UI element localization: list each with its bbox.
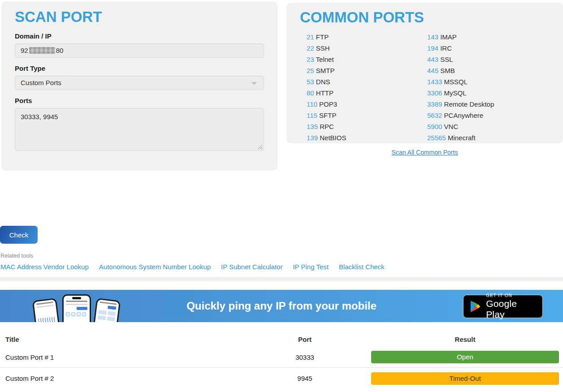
common-port-item: 443 SSL — [427, 54, 550, 65]
common-port-item: 53 DNS — [307, 76, 427, 87]
domain-value-suffix: 80 — [56, 47, 64, 54]
ports-label: Ports — [15, 97, 264, 104]
common-port-item: 80 HTTP — [307, 87, 427, 99]
scan-all-wrapper: Scan All Common Ports — [286, 148, 563, 156]
common-port-item: 5632 PCAnywhere — [427, 110, 550, 121]
header-port: Port — [269, 336, 341, 343]
common-ports-title: COMMON PORTS — [300, 9, 550, 26]
row-port: 30333 — [269, 353, 341, 361]
common-port-item: 1433 MSSQL — [427, 76, 550, 87]
domain-ip-label: Domain / IP — [15, 32, 264, 40]
common-ports-column-1: 21 FTP 22 SSH 23 Telnet 25 SMTP 53 DNS 8… — [307, 31, 427, 143]
common-port-item: 22 SSH — [307, 43, 427, 54]
table-row: Custom Port # 1 30333 Open — [0, 347, 563, 368]
common-port-item: 25 SMTP — [307, 65, 427, 76]
common-ports-list: 21 FTP 22 SSH 23 Telnet 25 SMTP 53 DNS 8… — [300, 31, 550, 143]
ports-value: 30333, 9945 — [21, 113, 58, 121]
phone-mockup — [62, 294, 91, 322]
common-port-item: 21 FTP — [307, 31, 427, 43]
row-title: Custom Port # 2 — [0, 375, 269, 382]
common-port-item: 445 SMB — [427, 65, 550, 76]
ports-textarea[interactable]: 30333, 9945 — [15, 108, 264, 151]
common-port-item: 194 IRC — [427, 43, 550, 54]
scan-all-common-ports-link[interactable]: Scan All Common Ports — [392, 149, 458, 156]
common-port-item: 25565 Minecraft — [427, 132, 550, 143]
table-row: Custom Port # 2 9945 Timed-Out — [0, 368, 563, 389]
common-port-item: 5900 VNC — [427, 121, 550, 132]
google-play-label: Google Play — [486, 298, 537, 320]
resize-handle-icon[interactable] — [257, 144, 262, 149]
related-tools-links: MAC Address Vendor Lookup Autonomous Sys… — [0, 263, 385, 271]
section-divider — [0, 277, 563, 281]
common-port-item: 143 IMAP — [427, 31, 550, 43]
common-port-item: 115 SFTP — [307, 110, 427, 121]
row-port: 9945 — [269, 375, 341, 382]
mobile-app-banner: Quickly ping any IP from your mobile GET… — [0, 290, 563, 322]
link-asn-lookup[interactable]: Autonomous System Number Lookup — [99, 263, 211, 271]
page: SCAN PORT Domain / IP 9280 Port Type Cus… — [0, 0, 563, 392]
link-mac-address-vendor-lookup[interactable]: MAC Address Vendor Lookup — [0, 263, 89, 271]
port-type-value: Custom Ports — [21, 79, 61, 86]
row-title: Custom Port # 1 — [0, 353, 269, 361]
link-ip-subnet-calculator[interactable]: IP Subnet Calculator — [221, 263, 282, 271]
common-ports-column-2: 143 IMAP 194 IRC 443 SSL 445 SMB 1433 MS… — [427, 31, 550, 143]
common-port-item: 110 POP3 — [307, 99, 427, 110]
redacted-ip-block — [29, 47, 55, 54]
common-port-item: 23 Telnet — [307, 54, 427, 65]
phone-notch — [72, 297, 81, 299]
common-ports-panel: COMMON PORTS 21 FTP 22 SSH 23 Telnet 25 … — [286, 3, 563, 143]
port-type-select[interactable]: Custom Ports — [15, 76, 264, 90]
results-header-row: Title Port Result — [0, 332, 563, 347]
get-it-on-label: GET IT ON — [486, 293, 537, 298]
link-ip-ping-test[interactable]: IP Ping Test — [293, 263, 329, 271]
chevron-down-icon — [251, 82, 257, 85]
check-button[interactable]: Check — [0, 226, 38, 244]
header-result: Result — [341, 336, 563, 343]
google-play-text: GET IT ON Google Play — [486, 293, 537, 320]
header-title: Title — [0, 336, 269, 343]
related-tools-label: Related tools — [0, 253, 33, 259]
google-play-icon — [469, 300, 481, 313]
link-blacklist-check[interactable]: Blacklist Check — [339, 263, 385, 271]
status-badge-timeout: Timed-Out — [371, 372, 559, 385]
scan-port-title: SCAN PORT — [15, 9, 264, 26]
scan-port-panel: SCAN PORT Domain / IP 9280 Port Type Cus… — [1, 1, 277, 171]
port-type-label: Port Type — [15, 65, 264, 72]
domain-input[interactable]: 9280 — [15, 43, 264, 58]
common-port-item: 3306 MySQL — [427, 87, 550, 99]
results-table: Title Port Result Custom Port # 1 30333 … — [0, 332, 563, 389]
common-port-item: 135 RPC — [307, 121, 427, 132]
common-port-item: 3389 Remote Desktop — [427, 99, 550, 110]
status-badge-open: Open — [371, 351, 559, 363]
domain-value-prefix: 92 — [21, 47, 28, 54]
common-port-item: 139 NetBIOS — [307, 132, 427, 143]
google-play-badge[interactable]: GET IT ON Google Play — [463, 295, 543, 318]
